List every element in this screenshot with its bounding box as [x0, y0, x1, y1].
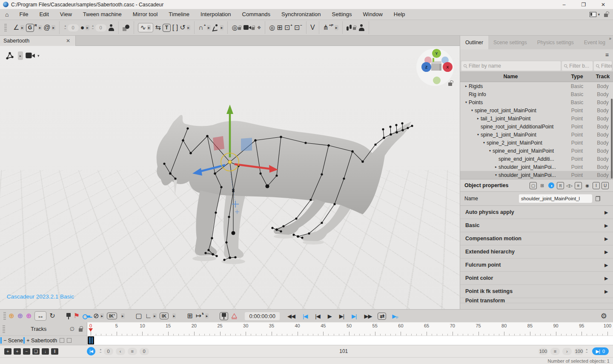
- viewport-camera-icon[interactable]: [26, 53, 35, 59]
- track-toggle-sabertooth[interactable]: + Sabertooth: [26, 338, 57, 344]
- pi-settings-icon[interactable]: π: [557, 182, 564, 189]
- visibility-icon[interactable]: ◉: [584, 182, 591, 189]
- menu-window[interactable]: Window: [358, 9, 388, 20]
- autoposing-tool-icon[interactable]: ∠▸: [13, 24, 24, 31]
- selection-spiral-icon[interactable]: @▸: [43, 24, 55, 31]
- column-type[interactable]: Type: [561, 74, 593, 80]
- tree-row[interactable]: Rig infoBasicBody: [460, 90, 613, 98]
- flag-keyframe-icon[interactable]: ⚑: [74, 313, 80, 319]
- tab-sabertooth[interactable]: Sabertooth ✕: [0, 36, 76, 46]
- pin-keyframe-icon[interactable]: [66, 313, 71, 319]
- tree-expand-icon[interactable]: ▾: [476, 133, 481, 136]
- tree-row[interactable]: ▾PointsBasicBody: [460, 98, 613, 106]
- list-view-icon[interactable]: ≡: [575, 182, 582, 189]
- rotation-loop-icon[interactable]: ↺▸: [180, 24, 190, 31]
- minimize-button[interactable]: –: [554, 0, 574, 9]
- tab-event-log[interactable]: Event log: [579, 36, 610, 49]
- ik-prime-button[interactable]: IK’: [107, 313, 117, 319]
- step-path-icon[interactable]: ∟▸: [145, 313, 157, 319]
- next-range-button[interactable]: ›: [562, 348, 572, 355]
- track-checkbox-2[interactable]: [67, 338, 72, 343]
- refresh-interval-icon[interactable]: ↻: [49, 313, 55, 319]
- frame-range-bar[interactable]: 0 101 100: [138, 348, 549, 355]
- playhead-marker[interactable]: [89, 328, 93, 332]
- tab-overflow-icon[interactable]: »: [609, 36, 611, 41]
- ik-button-dropdown[interactable]: ▸: [172, 313, 176, 318]
- sabertooth-model[interactable]: [0, 46, 460, 309]
- key-icon[interactable]: [83, 314, 90, 318]
- ghost-count-spinner[interactable]: +−0: [91, 24, 106, 31]
- timecode-display[interactable]: 0:00:00:00: [245, 312, 279, 320]
- tab-physics-settings[interactable]: Physics settings: [532, 36, 579, 49]
- tree-expand-icon[interactable]: ▾: [493, 173, 498, 177]
- hide-tracks-icon[interactable]: ∅: [70, 326, 74, 332]
- range-end-value[interactable]: 100: [539, 348, 548, 355]
- ghost-frame-purple-icon[interactable]: ⊕: [17, 313, 23, 319]
- menu-synchronization[interactable]: Synchronization: [276, 9, 327, 20]
- prev-range-button[interactable]: ‹: [116, 348, 125, 355]
- axis-navigation-widget[interactable]: Y Z X: [415, 48, 455, 87]
- track-lane[interactable]: [87, 336, 613, 345]
- menu-timeline[interactable]: Timeline: [163, 9, 195, 20]
- section-extended-hierarchy[interactable]: Extended hierarchy▶: [460, 245, 613, 259]
- tree-expand-icon[interactable]: ▸: [464, 84, 469, 88]
- name-input[interactable]: shoulder_joint_MainPoint_l: [519, 194, 592, 203]
- outliner-scrollbar[interactable]: [611, 99, 613, 179]
- track-checkbox-1[interactable]: [60, 338, 64, 343]
- section-auto-physics-apply[interactable]: Auto physics apply▶: [460, 206, 613, 219]
- interpolation-toggle-icon[interactable]: ⇆: [155, 24, 160, 31]
- menu-mirror-tool[interactable]: Mirror tool: [127, 9, 163, 20]
- range-menu-button-right[interactable]: ≡: [550, 348, 560, 355]
- frame-spinner[interactable]: +−: [100, 349, 102, 354]
- tracking-pin-icon[interactable]: ⧋: [231, 313, 237, 319]
- tree-expand-icon[interactable]: ▾: [481, 141, 487, 145]
- add-track-icon[interactable]: +: [4, 348, 11, 355]
- play-button[interactable]: ▶: [326, 313, 333, 319]
- code-view-icon[interactable]: ◁▷: [566, 182, 573, 189]
- column-track[interactable]: Track: [593, 74, 613, 80]
- key-nav-button[interactable]: |◀: [87, 347, 95, 355]
- filter-input-2[interactable]: Filter...: [594, 61, 612, 71]
- tree-row[interactable]: ▾spine_1_joint_MainPointPointBody: [460, 131, 613, 139]
- home-icon[interactable]: ⌂: [0, 11, 14, 18]
- add-viewport-icon[interactable]: ⊡+: [284, 24, 292, 31]
- section-point-color[interactable]: Point color▶: [460, 272, 613, 285]
- tab-scene-settings[interactable]: Scene settings: [488, 36, 532, 49]
- menu-edit[interactable]: Edit: [34, 9, 54, 20]
- sphere-display-icon[interactable]: ◑: [548, 182, 554, 188]
- track-toggle-scene[interactable]: − Scene: [3, 338, 23, 344]
- brackets-icon[interactable]: [ ]: [172, 24, 178, 31]
- interval-spinner[interactable]: +−0: [63, 24, 79, 31]
- remove-track-icon[interactable]: −: [23, 348, 30, 355]
- rewind-button[interactable]: ◀◀: [286, 313, 297, 319]
- tree-row[interactable]: ▾spine_2_joint_MainPointPointBody: [460, 139, 613, 147]
- rig-mode-dropdown[interactable]: ▸: [18, 51, 23, 60]
- ik-prime-button-dropdown[interactable]: ▸: [121, 313, 125, 318]
- playback-settings-gear-icon[interactable]: ⚙: [601, 312, 607, 321]
- jump-start-button[interactable]: |◀: [301, 313, 309, 319]
- ik-button[interactable]: IK: [160, 313, 169, 319]
- animation-cycle-icon[interactable]: ▸: [212, 24, 224, 31]
- loop-button[interactable]: ⇄: [378, 313, 386, 320]
- import-track-icon[interactable]: ↓: [42, 348, 49, 355]
- prev-frame-button[interactable]: |◀: [313, 313, 321, 319]
- ghost-frame-magenta-icon[interactable]: ⊕: [26, 313, 32, 319]
- menu-help[interactable]: Help: [388, 9, 411, 20]
- dock-icon[interactable]: ▢: [530, 182, 537, 189]
- node-point-icon[interactable]: ⋔+P▸: [323, 24, 338, 31]
- menu-settings[interactable]: Settings: [327, 9, 358, 20]
- jump-end-button[interactable]: ▶|: [350, 313, 358, 319]
- frame-spinner-value[interactable]: 0: [104, 348, 113, 355]
- trajectory-icon[interactable]: ∿▸: [138, 23, 154, 32]
- tree-row[interactable]: ▾shoulder_joint_MainPoi...PointBody: [460, 171, 613, 179]
- tree-expand-icon[interactable]: ▸: [493, 165, 498, 169]
- tab-close-icon[interactable]: ✕: [64, 38, 72, 44]
- grid-window-icon[interactable]: ⊞: [277, 24, 282, 31]
- section-fulcrum-point[interactable]: Fulcrum point▶: [460, 259, 613, 272]
- axis-cube[interactable]: [431, 61, 441, 71]
- ghost-mode-button[interactable]: GR▸: [26, 24, 42, 32]
- copy-name-icon[interactable]: [596, 196, 600, 201]
- shapes-visibility-icon[interactable]: [123, 25, 130, 31]
- step-key-icon[interactable]: ↦k▸: [196, 313, 209, 319]
- secondary-motion-icon[interactable]: ∩+▸: [198, 24, 211, 31]
